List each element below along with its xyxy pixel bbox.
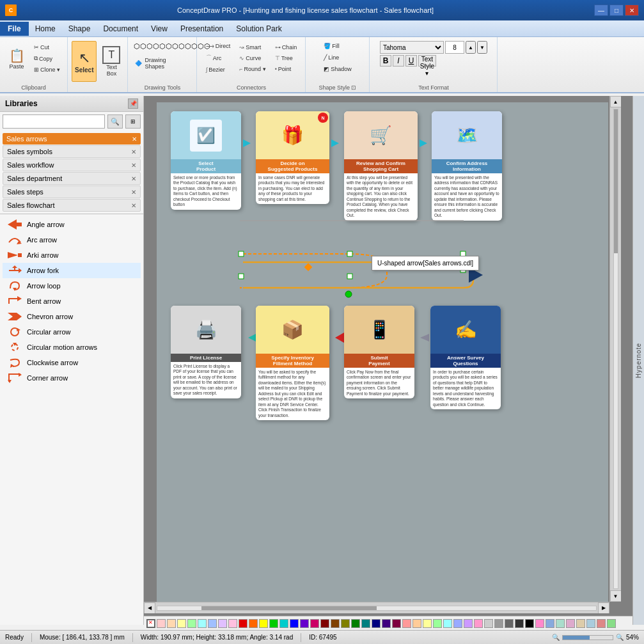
text-style-button[interactable]: Text Style ▾	[418, 55, 436, 67]
color-swatch-maroon[interactable]	[320, 619, 329, 628]
smart-connector-button[interactable]: ↝ Smart	[236, 42, 269, 52]
color-swatch-olive[interactable]	[341, 619, 350, 628]
hypernote-sidebar[interactable]: Hypernote	[632, 96, 644, 625]
font-size-up[interactable]: ▲	[466, 41, 476, 54]
shape-item-arrow-loop[interactable]: Arrow loop	[3, 278, 141, 294]
menu-document[interactable]: Document	[97, 22, 145, 36]
library-item-sales-flowchart[interactable]: Sales flowchart ✕	[3, 199, 141, 212]
menu-view[interactable]: View	[145, 22, 174, 36]
text-box-button[interactable]: T Text Box	[99, 41, 123, 82]
color-swatch-5[interactable]	[208, 619, 217, 628]
color-swatch-darkteal[interactable]	[361, 619, 370, 628]
round-connector-button[interactable]: ⌐ Round ▾	[236, 64, 269, 74]
bold-button[interactable]: B	[380, 55, 391, 67]
cut-button[interactable]: ✂ Cut	[31, 42, 63, 52]
color-swatch-orange[interactable]	[249, 619, 258, 628]
color-swatch-teal[interactable]	[279, 619, 288, 628]
color-swatch-crimson[interactable]	[392, 619, 401, 628]
shadow-button[interactable]: ◩ Shadow	[320, 64, 355, 74]
point-connector-button[interactable]: • Point	[272, 64, 301, 74]
search-input[interactable]	[3, 114, 105, 129]
color-swatch-gray[interactable]	[494, 619, 503, 628]
copy-button[interactable]: ⧉ Copy	[31, 53, 63, 64]
curve-connector-button[interactable]: ∿ Curve	[236, 53, 269, 63]
color-swatch-navy[interactable]	[372, 619, 381, 628]
line-button[interactable]: ╱ Line	[320, 52, 342, 63]
pin-button[interactable]: 📌	[128, 98, 138, 109]
color-swatch-peach[interactable]	[412, 619, 421, 628]
color-swatch-7[interactable]	[228, 619, 237, 628]
color-swatch-3[interactable]	[187, 619, 196, 628]
node-select-product[interactable]: ☑️ SelectProduct Select one or more prod…	[171, 111, 241, 210]
color-swatch-0[interactable]	[157, 619, 166, 628]
fill-button[interactable]: 🪣 Fill	[320, 41, 343, 51]
color-swatch-hotpink[interactable]	[535, 619, 544, 628]
zoom-in-icon[interactable]: 🔍	[616, 634, 624, 641]
color-swatch-lightcyan[interactable]	[443, 619, 452, 628]
color-swatch-steelblue[interactable]	[546, 619, 554, 628]
font-size-down[interactable]: ▼	[477, 41, 487, 54]
horizontal-scroll-track[interactable]	[157, 606, 597, 611]
shape-item-arki-arrow[interactable]: Arki arrow	[3, 247, 141, 263]
vertical-scroll-track[interactable]	[613, 109, 618, 589]
color-swatch-1[interactable]	[167, 619, 176, 628]
color-swatch-purple[interactable]	[300, 619, 309, 628]
color-swatch-lightyellow[interactable]	[423, 619, 432, 628]
drawing-shapes-button[interactable]: 🔷 Drawing Shapes	[132, 53, 186, 74]
vertical-scrollbar[interactable]: ▲ ▼	[609, 96, 621, 602]
canvas-content[interactable]: ☑️ SelectProduct Select one or more prod…	[144, 96, 621, 613]
shape-item-arrow-fork[interactable]: Arrow fork	[3, 263, 141, 278]
color-swatch-blue[interactable]	[290, 619, 299, 628]
color-swatch-indigo[interactable]	[382, 619, 391, 628]
tree-connector-button[interactable]: ⊤ Tree	[272, 53, 301, 63]
minimize-button[interactable]: —	[594, 4, 608, 16]
color-swatch-6[interactable]	[218, 619, 227, 628]
shape-item-corner-arrow[interactable]: Corner arrow	[3, 370, 141, 386]
scroll-right-button[interactable]: ▶	[598, 602, 609, 614]
node-submit-payment[interactable]: 📱 SubmitPayment Click Pay Now from the f…	[344, 306, 414, 398]
color-swatch-lightgreen[interactable]	[433, 619, 442, 628]
menu-solution-park[interactable]: Solution Park	[230, 22, 288, 36]
color-swatch-lavender[interactable]	[464, 619, 473, 628]
menu-shape[interactable]: Shape	[62, 22, 97, 36]
shape-item-circular-motion-arrows[interactable]: Circular motion arrows	[3, 340, 141, 355]
color-swatch-4[interactable]	[198, 619, 207, 628]
color-swatch-green[interactable]	[269, 619, 278, 628]
close-button[interactable]: ✕	[625, 4, 639, 16]
color-swatch-charcoal[interactable]	[515, 619, 524, 628]
color-swatch-red[interactable]	[239, 619, 247, 628]
arc-connector-button[interactable]: ⌒ Arc	[203, 52, 234, 64]
color-swatch-lightred[interactable]	[402, 619, 411, 628]
color-swatch-sage[interactable]	[607, 619, 616, 628]
maximize-button[interactable]: □	[609, 4, 624, 16]
color-swatch-darkgreen[interactable]	[351, 619, 360, 628]
font-size-input[interactable]	[445, 41, 464, 54]
color-swatch-periwinkle[interactable]	[453, 619, 462, 628]
library-item-sales-steps[interactable]: Sales steps ✕	[3, 185, 141, 198]
color-swatch-tan[interactable]	[576, 619, 585, 628]
color-swatch-2[interactable]	[177, 619, 186, 628]
color-swatch-black[interactable]	[525, 619, 534, 628]
zoom-out-icon[interactable]: 🔍	[552, 634, 560, 641]
color-swatch-mint[interactable]	[556, 619, 565, 628]
library-item-sales-workflow[interactable]: Sales workflow ✕	[3, 159, 141, 171]
node-answer-survey[interactable]: ✍️ Answer SurveyQuestions In order to pu…	[430, 306, 501, 409]
color-swatch-yellow[interactable]	[259, 619, 268, 628]
paste-button[interactable]: 📋 Paste	[4, 40, 29, 78]
select-button[interactable]: ↖ Select	[72, 41, 97, 82]
color-swatch-rose[interactable]	[474, 619, 483, 628]
font-name-select[interactable]: Tahoma	[380, 41, 444, 54]
shape-item-chevron-arrow[interactable]: Chevron arrow	[3, 309, 141, 324]
library-item-sales-arrows[interactable]: Sales arrows ✕	[3, 133, 141, 145]
node-specify-inventory[interactable]: 📦 Specify InventoryFillment Method You w…	[256, 306, 329, 420]
bezier-connector-button[interactable]: ∫ Bezier	[203, 65, 234, 75]
no-color-swatch[interactable]: ✕	[146, 619, 155, 628]
color-swatch-lightgray[interactable]	[484, 619, 493, 628]
underline-button[interactable]: U	[405, 55, 417, 67]
scroll-left-button[interactable]: ◀	[144, 602, 155, 614]
zoom-slider[interactable]	[562, 635, 613, 640]
color-swatch-skyblue[interactable]	[586, 619, 595, 628]
shape-item-bent-arrow[interactable]: Bent arrow	[3, 294, 141, 309]
library-item-sales-symbols[interactable]: Sales symbols ✕	[3, 145, 141, 158]
color-swatch-pink[interactable]	[310, 619, 319, 628]
